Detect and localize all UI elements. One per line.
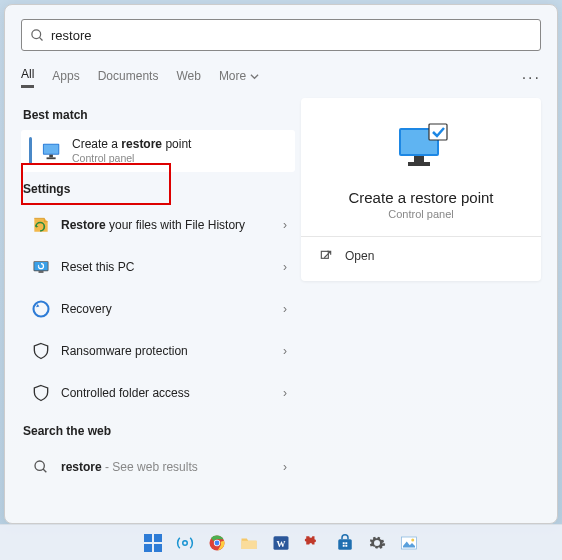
selection-indicator: [29, 137, 32, 165]
preview-action-open[interactable]: Open: [313, 237, 529, 269]
taskbar: W: [0, 524, 562, 560]
result-web-restore[interactable]: restore - See web results ›: [21, 446, 295, 488]
result-restore-file-history[interactable]: Restore your files with File History ›: [21, 204, 295, 246]
result-title: Recovery: [61, 302, 283, 317]
tab-web[interactable]: Web: [176, 69, 200, 87]
result-title: Create a restore point: [72, 137, 287, 152]
reset-icon: [29, 257, 53, 277]
result-title: Reset this PC: [61, 260, 283, 275]
chevron-right-icon: ›: [283, 260, 287, 274]
svg-rect-33: [345, 544, 347, 546]
history-icon: [29, 215, 53, 235]
result-ransomware-protection[interactable]: Ransomware protection ›: [21, 330, 295, 372]
svg-rect-5: [47, 157, 56, 159]
svg-text:W: W: [277, 538, 286, 548]
search-input[interactable]: [45, 28, 532, 43]
svg-rect-3: [44, 145, 59, 154]
ransomware-icon: [29, 341, 53, 361]
search-icon: [29, 459, 53, 475]
svg-point-0: [32, 29, 41, 38]
chevron-right-icon: ›: [283, 302, 287, 316]
open-icon: [319, 249, 333, 263]
svg-point-25: [215, 540, 220, 545]
result-title: Restore your files with File History: [61, 218, 283, 233]
preview-title: Create a restore point: [313, 189, 529, 206]
svg-line-11: [43, 469, 46, 472]
result-controlled-folder-access[interactable]: Controlled folder access ›: [21, 372, 295, 414]
result-reset-this-pc[interactable]: Reset this PC ›: [21, 246, 295, 288]
taskbar-puzzle-icon[interactable]: [300, 530, 326, 556]
taskbar-store-icon[interactable]: [332, 530, 358, 556]
taskbar-explorer-icon[interactable]: [236, 530, 262, 556]
preview-subtitle: Control panel: [313, 208, 529, 220]
svg-point-10: [35, 461, 44, 470]
svg-point-35: [411, 538, 414, 541]
tab-more[interactable]: More: [219, 69, 259, 87]
svg-rect-8: [39, 271, 44, 273]
svg-line-1: [39, 37, 42, 40]
recovery-icon: [29, 299, 53, 319]
svg-rect-29: [338, 539, 352, 550]
svg-rect-15: [408, 162, 430, 166]
section-best-match: Best match: [23, 108, 295, 122]
svg-rect-16: [429, 124, 447, 140]
result-title: Ransomware protection: [61, 344, 283, 359]
svg-rect-21: [154, 544, 162, 552]
chevron-down-icon: [250, 72, 259, 81]
section-settings: Settings: [23, 182, 295, 196]
svg-rect-20: [144, 544, 152, 552]
taskbar-chrome-icon[interactable]: [204, 530, 230, 556]
start-button[interactable]: [140, 530, 166, 556]
filter-tabs: All Apps Documents Web More ···: [21, 67, 541, 88]
chevron-right-icon: ›: [283, 460, 287, 474]
svg-point-22: [183, 540, 188, 545]
start-search-panel: All Apps Documents Web More ··· Best mat…: [4, 4, 558, 524]
taskbar-broadcast-icon[interactable]: [172, 530, 198, 556]
search-icon: [30, 28, 45, 43]
chevron-right-icon: ›: [283, 344, 287, 358]
svg-rect-14: [414, 156, 424, 162]
chevron-right-icon: ›: [283, 218, 287, 232]
tab-all[interactable]: All: [21, 67, 34, 88]
result-recovery[interactable]: Recovery ›: [21, 288, 295, 330]
chevron-right-icon: ›: [283, 386, 287, 400]
tab-apps[interactable]: Apps: [52, 69, 79, 87]
section-search-web: Search the web: [23, 424, 295, 438]
result-preview-card: Create a restore point Control panel Ope…: [301, 98, 541, 281]
svg-rect-18: [144, 534, 152, 542]
monitor-icon: [40, 141, 64, 161]
result-create-restore-point[interactable]: Create a restore point Control panel: [21, 130, 295, 172]
svg-rect-26: [242, 540, 257, 548]
result-subtitle: Control panel: [72, 152, 287, 165]
svg-rect-4: [49, 155, 53, 158]
taskbar-settings-icon[interactable]: [364, 530, 390, 556]
svg-rect-31: [345, 542, 347, 544]
monitor-check-icon: [393, 122, 449, 172]
tab-documents[interactable]: Documents: [98, 69, 159, 87]
search-box[interactable]: [21, 19, 541, 51]
preview-action-label: Open: [345, 249, 374, 263]
svg-rect-19: [154, 534, 162, 542]
folder-access-icon: [29, 383, 53, 403]
svg-rect-32: [343, 544, 345, 546]
svg-point-9: [34, 302, 49, 317]
taskbar-photos-icon[interactable]: [396, 530, 422, 556]
result-title: Controlled folder access: [61, 386, 283, 401]
taskbar-word-icon[interactable]: W: [268, 530, 294, 556]
result-title: restore - See web results: [61, 460, 283, 475]
svg-rect-30: [343, 542, 345, 544]
more-options-button[interactable]: ···: [522, 69, 541, 87]
